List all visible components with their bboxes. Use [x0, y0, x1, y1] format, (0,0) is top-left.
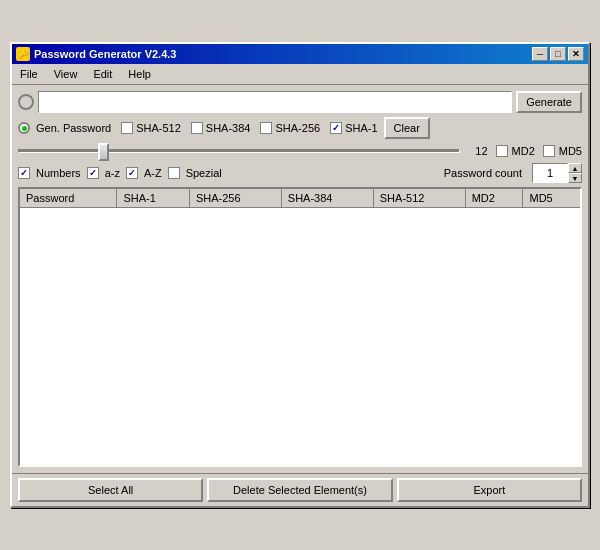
gen-password-row: Gen. Password SHA-512 SHA-384 SHA-256 ✓ … [18, 117, 582, 139]
clear-button[interactable]: Clear [384, 117, 430, 139]
main-window: 🔑 Password Generator V2.4.3 ─ □ ✕ File V… [10, 42, 590, 508]
numbers-checkbox[interactable]: ✓ [18, 167, 30, 179]
sha384-checkbox[interactable] [191, 122, 203, 134]
sha1-group: ✓ SHA-1 [330, 122, 377, 134]
close-button[interactable]: ✕ [568, 47, 584, 61]
password-table: Password SHA-1 SHA-256 SHA-384 SHA-512 M… [20, 189, 580, 208]
menu-bar: File View Edit Help [12, 64, 588, 85]
spin-down-button[interactable]: ▼ [568, 173, 582, 183]
col-sha1: SHA-1 [117, 189, 189, 208]
slider-value: 12 [468, 145, 488, 157]
window-title: Password Generator V2.4.3 [34, 48, 176, 60]
slider-row: 12 MD2 MD5 [18, 143, 582, 159]
password-count-input[interactable] [532, 163, 568, 183]
spezial-label: Spezial [186, 167, 222, 179]
az-checkbox[interactable]: ✓ [87, 167, 99, 179]
menu-edit[interactable]: Edit [89, 66, 116, 82]
sha512-group: SHA-512 [121, 122, 181, 134]
length-slider-track [18, 149, 460, 153]
AZ-label: A-Z [144, 167, 162, 179]
col-sha512: SHA-512 [373, 189, 465, 208]
az-label: a-z [105, 167, 120, 179]
sha256-group: SHA-256 [260, 122, 320, 134]
gen-password-radio[interactable] [18, 122, 30, 134]
menu-help[interactable]: Help [124, 66, 155, 82]
md2-label: MD2 [512, 145, 535, 157]
sha256-label: SHA-256 [275, 122, 320, 134]
sha1-label: SHA-1 [345, 122, 377, 134]
col-md5: MD5 [523, 189, 580, 208]
search-input[interactable] [38, 91, 512, 113]
sha1-checkbox[interactable]: ✓ [330, 122, 342, 134]
app-icon: 🔑 [16, 47, 30, 61]
numbers-label: Numbers [36, 167, 81, 179]
title-bar: 🔑 Password Generator V2.4.3 ─ □ ✕ [12, 44, 588, 64]
md5-checkbox[interactable] [543, 145, 555, 157]
length-slider-thumb[interactable] [98, 143, 109, 161]
bottom-bar: Select All Delete Selected Element(s) Ex… [12, 473, 588, 506]
password-count-label: Password count [444, 167, 522, 179]
delete-selected-button[interactable]: Delete Selected Element(s) [207, 478, 392, 502]
password-count-spinbox: ▲ ▼ [532, 163, 582, 183]
title-buttons: ─ □ ✕ [532, 47, 584, 61]
password-table-container: Password SHA-1 SHA-256 SHA-384 SHA-512 M… [18, 187, 582, 467]
menu-file[interactable]: File [16, 66, 42, 82]
spin-up-button[interactable]: ▲ [568, 163, 582, 173]
minimize-button[interactable]: ─ [532, 47, 548, 61]
md-checkboxes: MD2 MD5 [496, 145, 582, 157]
table-header-row: Password SHA-1 SHA-256 SHA-384 SHA-512 M… [20, 189, 580, 208]
gen-password-label: Gen. Password [36, 122, 111, 134]
sha512-label: SHA-512 [136, 122, 181, 134]
AZ-checkbox[interactable]: ✓ [126, 167, 138, 179]
col-sha384: SHA-384 [281, 189, 373, 208]
sha384-group: SHA-384 [191, 122, 251, 134]
title-bar-left: 🔑 Password Generator V2.4.3 [16, 47, 176, 61]
col-password: Password [20, 189, 117, 208]
char-options-row: ✓ Numbers ✓ a-z ✓ A-Z Spezial Password c… [18, 163, 582, 183]
search-icon [18, 94, 34, 110]
sha512-checkbox[interactable] [121, 122, 133, 134]
col-md2: MD2 [465, 189, 523, 208]
export-button[interactable]: Export [397, 478, 582, 502]
maximize-button[interactable]: □ [550, 47, 566, 61]
md2-checkbox[interactable] [496, 145, 508, 157]
col-sha256: SHA-256 [189, 189, 281, 208]
search-row: Generate [18, 91, 582, 113]
sha384-label: SHA-384 [206, 122, 251, 134]
spin-buttons: ▲ ▼ [568, 163, 582, 183]
generate-button[interactable]: Generate [516, 91, 582, 113]
spezial-checkbox[interactable] [168, 167, 180, 179]
select-all-button[interactable]: Select All [18, 478, 203, 502]
sha256-checkbox[interactable] [260, 122, 272, 134]
md5-label: MD5 [559, 145, 582, 157]
content-area: Generate Gen. Password SHA-512 SHA-384 S… [12, 85, 588, 473]
menu-view[interactable]: View [50, 66, 82, 82]
